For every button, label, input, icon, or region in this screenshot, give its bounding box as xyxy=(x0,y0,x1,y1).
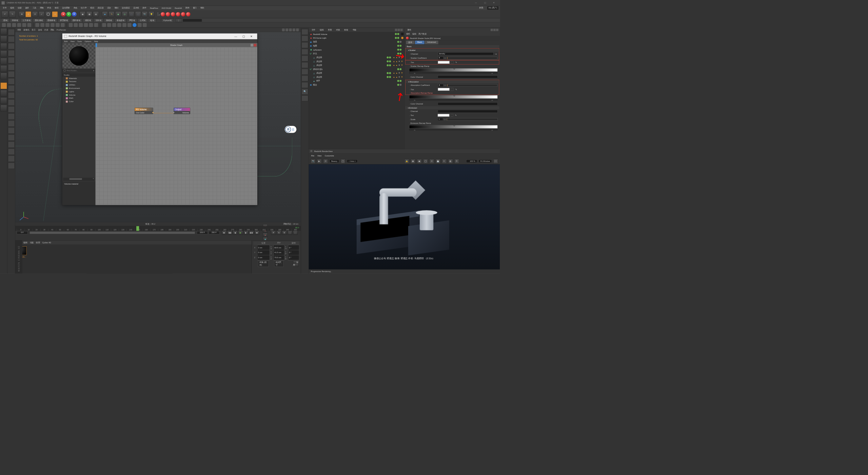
attr-ricon1[interactable] xyxy=(491,29,493,31)
rtool-2[interactable] xyxy=(301,36,308,41)
rtool-7[interactable] xyxy=(301,69,308,75)
icon-5[interactable] xyxy=(22,23,26,27)
tool-l[interactable] xyxy=(8,106,15,112)
node-category[interactable]: Environment xyxy=(62,87,95,90)
range-a[interactable]: 250 F xyxy=(197,231,208,234)
rv-region[interactable]: ▣ xyxy=(417,159,421,164)
materials-area[interactable]: RS Volu... xyxy=(15,245,252,274)
rv-render[interactable]: ▶ xyxy=(317,159,322,164)
attr-ricon2[interactable] xyxy=(493,29,496,31)
palette-item[interactable]: 声音域 xyxy=(127,18,137,22)
python-input[interactable] xyxy=(183,19,202,22)
attr-sub-item[interactable]: 编辑 xyxy=(412,33,416,35)
menu-item[interactable]: 运动图形 xyxy=(61,6,72,10)
key-r[interactable]: R xyxy=(282,231,287,235)
menu-item[interactable]: 选择 xyxy=(23,6,31,10)
timeline[interactable]: 0102030405060708090100110120130140150160… xyxy=(15,226,301,231)
attr-tab[interactable]: 属性 xyxy=(406,28,412,32)
palette-item[interactable]: 圆锥体域 xyxy=(45,18,58,22)
attr-sub-item[interactable]: 用户数据 xyxy=(418,33,426,35)
palette-item[interactable]: 组域 xyxy=(148,18,156,22)
emiss-tint-swatch[interactable] xyxy=(438,114,450,117)
redo-button[interactable]: ↷ xyxy=(9,11,16,18)
scatter-channel-more[interactable]: ▸ xyxy=(495,53,497,55)
menu-item[interactable]: 模拟 xyxy=(89,6,96,10)
icon-15[interactable] xyxy=(79,23,83,27)
icon-12[interactable] xyxy=(61,23,65,27)
objmgr-ricon1[interactable] xyxy=(395,29,397,31)
menu-item[interactable]: 雕刻 xyxy=(113,6,120,10)
node-rs-volume[interactable]: RS Volume Out Color xyxy=(135,108,153,114)
palette-item[interactable]: 线性域 xyxy=(83,18,93,22)
mode-point[interactable] xyxy=(0,43,7,50)
render-view-button[interactable]: ▣ xyxy=(80,11,85,17)
vp-icon-3[interactable] xyxy=(289,28,292,31)
node-category[interactable]: Color xyxy=(62,100,95,103)
rv-menu-item[interactable]: View xyxy=(317,154,321,156)
node-category[interactable]: Materials xyxy=(62,77,95,80)
rv-compare[interactable]: ◧ xyxy=(448,159,453,164)
absorb-colorch-value[interactable] xyxy=(438,102,498,106)
icon-11[interactable] xyxy=(56,23,60,27)
icon-25[interactable] xyxy=(138,23,142,27)
scatter-coef-value[interactable]: 8 xyxy=(438,56,443,59)
viewport-menu-item[interactable]: 面板 xyxy=(51,28,55,31)
palette-item[interactable]: 立方体域 xyxy=(20,18,33,22)
menu-item[interactable]: 体积 xyxy=(53,6,60,10)
rec-misc3[interactable] xyxy=(186,12,191,16)
scatter-ramp[interactable] xyxy=(409,68,498,74)
menu-item[interactable]: 跟踪器 xyxy=(96,6,105,10)
rv-menu-item[interactable]: Customize xyxy=(325,154,334,156)
rtool-4[interactable] xyxy=(301,49,308,55)
environment[interactable]: ⬚ xyxy=(135,11,141,17)
key-pt[interactable]: ⬚ xyxy=(293,231,298,235)
generator[interactable]: ◉ xyxy=(115,11,121,17)
icon-3[interactable] xyxy=(12,23,16,27)
camera[interactable]: 📷 xyxy=(142,11,147,17)
scale-tool[interactable]: ⤢ xyxy=(39,11,44,17)
tool-c[interactable] xyxy=(8,43,15,49)
materials-tab[interactable]: Cycles 4D xyxy=(42,242,51,244)
palette-item[interactable]: Python域 xyxy=(161,18,174,22)
menu-item[interactable]: INSYDIUM xyxy=(160,6,173,10)
absorb-ramp[interactable] xyxy=(409,95,498,101)
viewport-canvas[interactable]: Number of emitters: 1Total live particle… xyxy=(15,32,301,222)
step-fwd[interactable]: ▶▶ xyxy=(249,231,254,235)
objmgr-tab[interactable]: 对象 xyxy=(335,28,341,32)
tool-f[interactable] xyxy=(8,64,15,70)
absorb-coef-slider[interactable] xyxy=(447,84,497,87)
sw-menu-item[interactable]: Edit xyxy=(64,40,68,42)
object-row[interactable]: △多边形▲▲✕⁜ xyxy=(309,63,405,68)
rotate-tool[interactable]: ⟳ xyxy=(32,11,38,17)
scatter-coef-slider[interactable] xyxy=(447,57,497,59)
key-p[interactable]: P xyxy=(271,231,276,235)
search-dropdown-icon[interactable]: ▾ xyxy=(93,70,94,72)
tool-h[interactable] xyxy=(8,78,15,84)
sw-min[interactable]: — xyxy=(232,35,240,38)
graph-canvas[interactable]: RS Volume Out Color Output Volume xyxy=(96,47,257,205)
icon-26[interactable] xyxy=(143,23,147,27)
maximize-button[interactable]: ▢ xyxy=(480,0,489,6)
icon-22[interactable] xyxy=(117,23,121,27)
snap-point[interactable] xyxy=(0,90,7,97)
menu-item[interactable]: 编辑 xyxy=(8,6,16,10)
object-row[interactable]: L°开关 xyxy=(309,52,405,56)
emiss-scale-slider[interactable] xyxy=(447,118,498,120)
render-settings-button[interactable]: ▤ xyxy=(93,11,99,17)
absorb-tint-picker[interactable]: ✎ xyxy=(455,88,457,91)
materials-tab[interactable]: 功能 xyxy=(30,241,34,244)
tool-a[interactable] xyxy=(8,29,15,35)
rtool-11[interactable] xyxy=(301,95,308,101)
emiss-channel-value[interactable] xyxy=(438,110,498,113)
menu-item[interactable]: 文件 xyxy=(1,6,8,10)
key-pla[interactable]: ⬚ xyxy=(288,231,292,235)
tool-d[interactable] xyxy=(8,50,15,56)
axis-z[interactable]: Z xyxy=(72,12,77,17)
palette-item[interactable]: 圆柱体域 xyxy=(33,18,45,22)
sw-max[interactable]: ▢ xyxy=(240,35,248,38)
rec-r[interactable] xyxy=(171,12,175,16)
node-category[interactable]: Utilities xyxy=(62,83,95,87)
step-back[interactable]: ◀◀ xyxy=(227,231,232,235)
rtool-6[interactable] xyxy=(301,62,308,68)
axis-y[interactable]: Y xyxy=(66,12,71,17)
